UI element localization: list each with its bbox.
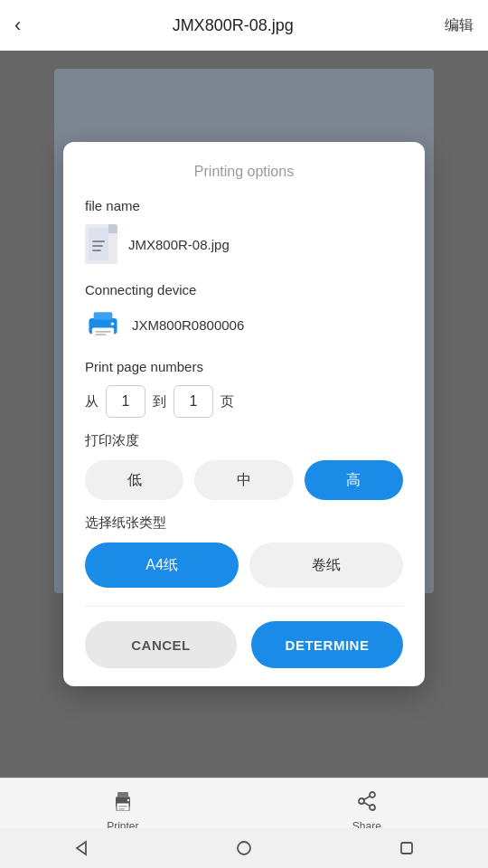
svg-point-23 bbox=[238, 842, 250, 854]
system-recent-button[interactable] bbox=[394, 835, 419, 861]
page-from-prefix: 从 bbox=[85, 393, 99, 410]
nav-printer[interactable]: Printer bbox=[107, 791, 138, 833]
svg-rect-12 bbox=[117, 792, 128, 797]
svg-rect-9 bbox=[95, 334, 106, 335]
file-svg bbox=[89, 228, 114, 260]
share-nav-icon bbox=[357, 791, 377, 816]
action-buttons-row: CANCEL DETERMINE bbox=[85, 621, 403, 668]
density-low-button[interactable]: 低 bbox=[85, 460, 183, 500]
system-home-button[interactable] bbox=[231, 835, 257, 861]
divider bbox=[85, 606, 403, 607]
svg-rect-24 bbox=[401, 843, 412, 854]
svg-point-19 bbox=[370, 805, 375, 810]
svg-point-17 bbox=[370, 792, 375, 797]
svg-rect-15 bbox=[118, 808, 125, 810]
page-numbers-section: Print page numbers 从 到 页 bbox=[85, 359, 403, 418]
dialog-title: Printing options bbox=[85, 164, 403, 180]
svg-rect-0 bbox=[89, 228, 108, 260]
svg-point-18 bbox=[359, 798, 364, 804]
svg-rect-6 bbox=[94, 312, 113, 320]
density-section: 打印浓度 低 中 高 bbox=[85, 432, 403, 500]
page-numbers-label: Print page numbers bbox=[85, 359, 403, 374]
svg-rect-14 bbox=[118, 806, 127, 807]
printer-device-icon bbox=[85, 308, 121, 341]
svg-marker-22 bbox=[77, 842, 86, 854]
svg-rect-7 bbox=[92, 327, 114, 338]
printer-nav-icon bbox=[112, 791, 134, 816]
svg-point-10 bbox=[111, 322, 114, 325]
top-bar: ‹ JMX800R-08.jpg 编辑 bbox=[0, 0, 488, 51]
device-section-label: Connecting device bbox=[85, 282, 403, 297]
density-label: 打印浓度 bbox=[85, 432, 403, 449]
svg-point-16 bbox=[127, 799, 129, 801]
svg-rect-4 bbox=[92, 250, 101, 251]
file-section-label: file name bbox=[85, 198, 403, 213]
page-suffix: 页 bbox=[221, 393, 234, 410]
page-numbers-row: 从 到 页 bbox=[85, 385, 403, 418]
device-name-text: JXM800R0800006 bbox=[132, 317, 244, 333]
printing-options-dialog: Printing options file name JMX800R-08.jp… bbox=[63, 142, 425, 686]
edit-button[interactable]: 编辑 bbox=[445, 16, 474, 35]
file-name-text: JMX800R-08.jpg bbox=[128, 237, 230, 252]
paper-row: A4纸 卷纸 bbox=[85, 542, 403, 588]
page-to-input[interactable] bbox=[174, 385, 213, 418]
paper-section: 选择纸张类型 A4纸 卷纸 bbox=[85, 514, 403, 588]
svg-line-21 bbox=[363, 803, 370, 807]
paper-label: 选择纸张类型 bbox=[85, 514, 403, 532]
svg-line-20 bbox=[363, 797, 370, 800]
determine-button[interactable]: DETERMINE bbox=[251, 621, 403, 668]
back-button[interactable]: ‹ bbox=[14, 14, 21, 37]
device-row: JXM800R0800006 bbox=[85, 308, 403, 341]
cancel-button[interactable]: CANCEL bbox=[85, 621, 237, 668]
density-row: 低 中 高 bbox=[85, 460, 403, 500]
page-to-prefix: 到 bbox=[153, 393, 166, 410]
paper-a4-button[interactable]: A4纸 bbox=[85, 542, 239, 588]
page-from-input[interactable] bbox=[106, 385, 145, 418]
file-icon bbox=[85, 224, 117, 264]
printer-svg bbox=[86, 310, 120, 339]
dialog-overlay: Printing options file name JMX800R-08.jp… bbox=[0, 51, 488, 778]
file-name-row: JMX800R-08.jpg bbox=[85, 224, 403, 264]
svg-marker-1 bbox=[108, 228, 114, 233]
svg-rect-3 bbox=[92, 245, 103, 247]
svg-rect-2 bbox=[92, 241, 105, 242]
nav-share[interactable]: Share bbox=[352, 791, 381, 833]
page-title: JMX800R-08.jpg bbox=[173, 16, 294, 35]
system-nav-bar bbox=[0, 828, 488, 868]
density-mid-button[interactable]: 中 bbox=[194, 460, 293, 500]
paper-roll-button[interactable]: 卷纸 bbox=[249, 542, 403, 588]
svg-rect-8 bbox=[95, 331, 110, 333]
system-back-button[interactable] bbox=[69, 835, 94, 861]
density-high-button[interactable]: 高 bbox=[305, 460, 403, 500]
